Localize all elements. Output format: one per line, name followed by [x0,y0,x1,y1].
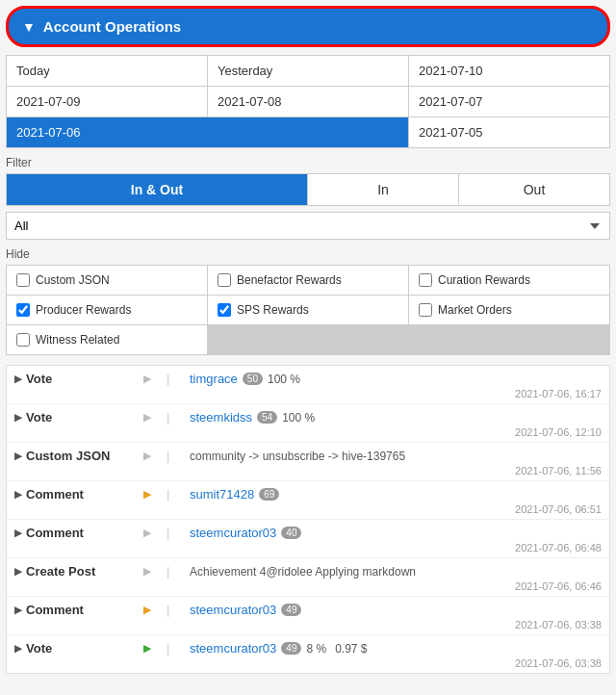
op-expand-arrow[interactable]: ▶ [14,566,22,577]
op-content: Achievement 4@ridolee Applying markdown [190,565,598,579]
hide-checkbox-cell: Market Orders [409,296,609,324]
hide-checkbox-label[interactable]: Custom JSON [36,273,110,287]
op-type-label: Comment [26,526,84,540]
date-grid: TodayYesterday2021-07-102021-07-092021-0… [6,55,610,148]
operation-row: ▶Vote▶|steemkidss54100 %2021-07-06, 12:1… [7,404,609,443]
op-separator: | [167,603,186,617]
op-separator: | [167,410,186,425]
op-username[interactable]: steemkidss [190,410,252,425]
operation-row: ▶Comment▶|steemcurator03402021-07-06, 06… [7,520,609,558]
hide-checkbox-cell: Producer Rewards [7,296,207,324]
date-cell[interactable]: 2021-07-05 [409,117,609,147]
op-extra: community -> unsubscribe -> hive-139765 [190,450,405,463]
op-type[interactable]: ▶Comment [14,603,140,617]
op-badge: 50 [243,373,263,385]
hide-checkbox-cell: Custom JSON [7,266,207,295]
op-expand-arrow[interactable]: ▶ [14,412,22,423]
op-play-button[interactable]: ▶ [143,373,163,385]
hide-checkbox-label[interactable]: Curation Rewards [438,273,530,287]
filter-tab[interactable]: In & Out [7,174,307,205]
op-type[interactable]: ▶Comment [14,526,140,540]
op-type-label: Vote [26,410,52,425]
op-content: community -> unsubscribe -> hive-139765 [190,450,598,463]
hide-checkbox-cell: Curation Rewards [409,266,609,295]
hide-checkbox[interactable] [419,303,432,317]
hide-checkbox-cell: SPS Rewards [208,296,408,324]
op-play-button[interactable]: ▶ [143,565,163,578]
op-type[interactable]: ▶Comment [14,487,140,502]
hide-checkbox-label[interactable]: Market Orders [438,303,512,317]
filter-tab[interactable]: In [308,174,458,205]
op-type[interactable]: ▶Vote [14,372,140,386]
hide-checkboxes-grid: Custom JSONBenefactor RewardsCuration Re… [6,265,610,355]
op-timestamp: 2021-07-06, 03:38 [515,619,602,631]
op-separator: | [167,564,186,579]
hide-checkbox[interactable] [419,273,432,287]
op-timestamp: 2021-07-06, 06:46 [515,580,602,592]
op-play-button[interactable]: ▶ [143,642,163,655]
op-expand-arrow[interactable]: ▶ [14,643,22,654]
op-type[interactable]: ▶Vote [14,410,140,425]
op-extra: 8 % [306,642,326,656]
op-expand-arrow[interactable]: ▶ [14,450,22,461]
op-expand-arrow[interactable]: ▶ [14,528,22,538]
hide-checkbox-label[interactable]: Witness Related [36,333,119,347]
op-play-button[interactable]: ▶ [143,604,163,616]
op-expand-arrow[interactable]: ▶ [14,373,22,384]
op-play-button[interactable]: ▶ [143,488,163,501]
op-timestamp: 2021-07-06, 06:51 [515,503,602,515]
date-cell[interactable]: Yesterday [208,56,408,86]
op-username[interactable]: sumit71428 [190,487,254,502]
operations-list: ▶Vote▶|timgrace50100 %2021-07-06, 16:17▶… [6,365,610,674]
op-separator: | [167,526,186,540]
op-type-label: Vote [26,372,52,386]
op-expand-arrow[interactable]: ▶ [14,489,22,500]
filter-tabs: In & OutInOut [6,173,610,206]
op-timestamp: 2021-07-06, 16:17 [515,388,602,399]
op-type[interactable]: ▶Create Post [14,564,140,579]
hide-checkbox[interactable] [218,273,231,287]
account-operations-header[interactable]: ▼ Account Operations [6,6,610,47]
op-play-button[interactable]: ▶ [143,450,163,462]
hide-label: Hide [6,247,610,261]
date-cell[interactable]: 2021-07-07 [409,87,609,116]
date-cell[interactable]: 2021-07-06 [7,117,408,147]
op-play-button[interactable]: ▶ [143,527,163,539]
date-cell[interactable]: 2021-07-08 [208,87,408,116]
op-type[interactable]: ▶Vote [14,641,140,656]
op-extra: 100 % [282,411,315,425]
op-username[interactable]: steemcurator03 [190,603,276,617]
op-content: steemcurator03498 %0.97 $ [190,641,598,656]
op-play-button[interactable]: ▶ [143,411,163,424]
op-timestamp: 2021-07-06, 12:10 [515,426,602,438]
operation-row: ▶Vote▶|timgrace50100 %2021-07-06, 16:17 [7,366,609,404]
date-cell[interactable]: 2021-07-09 [7,87,207,116]
op-badge: 69 [259,488,279,501]
op-type-label: Vote [26,641,52,656]
op-expand-arrow[interactable]: ▶ [14,605,22,615]
op-separator: | [167,449,186,463]
date-cell[interactable]: Today [7,56,207,86]
hide-checkbox[interactable] [16,273,30,287]
hide-checkbox-label[interactable]: SPS Rewards [237,303,309,317]
op-type-label: Comment [26,603,84,617]
op-content: steemkidss54100 % [190,410,598,425]
op-separator: | [167,372,186,386]
op-username[interactable]: steemcurator03 [190,526,276,540]
op-type[interactable]: ▶Custom JSON [14,449,140,463]
op-username[interactable]: steemcurator03 [190,641,276,656]
hide-checkbox[interactable] [218,303,231,317]
hide-checkbox-label[interactable]: Producer Rewards [36,303,131,317]
date-cell[interactable]: 2021-07-10 [409,56,609,86]
all-select[interactable]: AllVoteCommentCustom JSONCreate Post [6,212,610,240]
filter-label: Filter [6,156,610,169]
hide-checkbox[interactable] [16,333,30,347]
op-username[interactable]: timgrace [190,372,238,386]
op-type-label: Custom JSON [26,449,110,463]
hide-checkbox-label[interactable]: Benefactor Rewards [237,273,342,287]
op-type-label: Comment [26,487,84,502]
hide-checkbox[interactable] [16,303,30,317]
filter-tab[interactable]: Out [459,174,609,205]
hide-checkbox-cell: Witness Related [7,325,207,354]
op-timestamp: 2021-07-06, 03:38 [515,657,602,669]
